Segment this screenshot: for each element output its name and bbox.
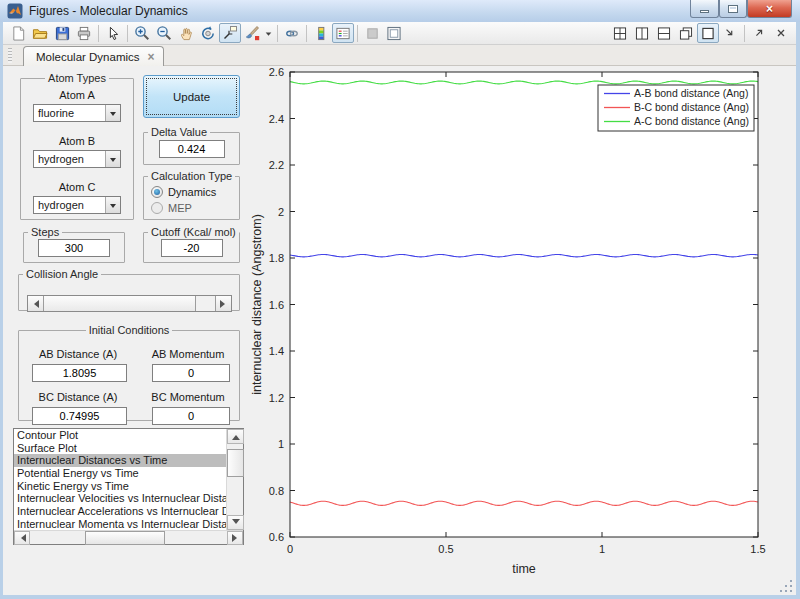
ab-momentum-label: AB Momentum [139,348,237,360]
bc-distance-field[interactable] [32,407,127,425]
new-document-button[interactable] [7,23,29,43]
tab-close-icon[interactable]: × [148,51,155,63]
list-item[interactable]: Internuclear Velocities vs Internuclear … [14,492,226,505]
dropdown-arrow-icon [105,151,120,167]
list-item[interactable]: Kinetic Energy vs Time [14,480,226,493]
window-controls: × [690,0,792,18]
edit-pointer-button[interactable] [102,23,124,43]
tab-molecular-dynamics[interactable]: Molecular Dynamics × [23,46,164,66]
scroll-left-button[interactable] [14,531,30,545]
layout-grid-icon [613,27,627,40]
y-axis-label: internuclear distance (Angstrom) [250,214,264,395]
toolbar-right-group [609,23,792,43]
plot-type-list: Contour PlotSurface PlotInternuclear Dis… [14,429,226,530]
insert-legend-button[interactable] [332,23,354,43]
dropdown-arrow-icon [105,105,120,121]
scroll-up-button[interactable] [227,429,244,444]
drag-gripper[interactable] [8,48,12,63]
brush-dropdown-button[interactable] [263,23,274,43]
steps-panel: Steps [23,226,125,263]
rotate-3d-button[interactable] [197,23,219,43]
zoom-out-button[interactable] [153,23,175,43]
cutoff-panel: Cutoff (Kcal/ mol) [143,226,240,263]
legend-entry-label: A-B bond distance (Ang) [634,87,748,99]
print-figure-icon [76,26,92,41]
print-figure-button[interactable] [73,23,95,43]
delta-value-panel: Delta Value [143,126,240,165]
title-bar: Figures - Molecular Dynamics × [0,0,800,22]
maximize-icon [728,5,738,13]
pan-button[interactable] [175,23,197,43]
minimize-button[interactable] [690,0,719,18]
minimize-panel-button[interactable] [719,23,741,43]
window: Figures - Molecular Dynamics × Molecular… [0,0,800,599]
ab-momentum-field[interactable] [152,364,230,382]
list-item[interactable]: Internuclear Accelerations vs Internucle… [14,505,226,518]
dock-window-icon [386,26,402,41]
initial-conditions-panel: Initial Conditions AB Distance (A) AB Mo… [18,324,240,421]
toolbar-separator [357,25,358,42]
legend[interactable]: A-B bond distance (Ang)B-C bond distance… [598,85,754,131]
x-tick-label: 0.5 [438,543,453,555]
link-plots-button[interactable] [281,23,303,43]
brush-button[interactable] [241,23,263,43]
dock-disabled-icon [365,26,380,41]
delta-value-field[interactable] [159,140,225,158]
bc-momentum-field[interactable] [152,407,230,425]
maximize-button[interactable] [719,0,747,18]
list-item[interactable]: Potential Energy vs Time [14,467,226,480]
scroll-right-button[interactable] [227,531,243,545]
update-button[interactable]: Update [143,75,240,118]
atom-c-dropdown[interactable]: hydrogen [33,196,121,214]
line-chart[interactable]: 00.511.50.60.811.21.41.61.822.22.42.6tim… [248,66,796,590]
toolbar-separator [127,25,128,42]
close-button[interactable]: × [747,0,792,18]
dock-window-button[interactable] [383,23,405,43]
save-figure-button[interactable] [51,23,73,43]
layout-grid-button[interactable] [609,23,631,43]
dock-disabled-button[interactable] [361,23,383,43]
data-cursor-button[interactable] [219,23,241,43]
steps-field[interactable] [38,239,110,257]
list-item[interactable]: Internuclear Distances vs Time [14,454,226,467]
slider-left-arrow[interactable] [28,296,44,311]
atom-c-label: Atom C [59,181,96,193]
slider-right-arrow[interactable] [215,296,231,311]
y-tick-label: 1.2 [269,392,284,404]
vertical-scroll-thumb[interactable] [227,449,244,477]
collision-angle-slider[interactable] [27,295,232,312]
dropdown-arrow-icon [105,197,120,213]
radio-mep[interactable]: MEP [151,202,239,214]
layout-single-button[interactable] [697,23,719,43]
listbox-horizontal-scrollbar[interactable] [14,530,243,544]
layout-split-vertical-button[interactable] [631,23,653,43]
slider-thumb[interactable] [44,296,196,311]
zoom-in-button[interactable] [131,23,153,43]
resize-grip-icon[interactable] [778,578,792,592]
toolbar-left-group [7,23,405,43]
undock-figure-button[interactable] [748,23,770,43]
horizontal-scroll-thumb[interactable] [85,531,165,545]
layout-cascade-button[interactable] [675,23,697,43]
brush-icon [244,25,260,41]
atom-b-dropdown[interactable]: hydrogen [33,150,121,168]
open-file-icon [32,26,48,41]
tab-bar: Molecular Dynamics × [3,45,796,66]
atom-a-dropdown[interactable]: fluorine [33,104,121,122]
cutoff-title: Cutoff (Kcal/ mol) [148,226,239,238]
cutoff-field[interactable] [161,239,223,257]
listbox-vertical-scrollbar[interactable] [226,429,243,530]
insert-colorbar-button[interactable] [310,23,332,43]
bc-distance-label: BC Distance (A) [19,391,137,403]
scroll-down-button[interactable] [227,515,244,530]
layout-split-horizontal-button[interactable] [653,23,675,43]
list-item[interactable]: Internuclear Momenta vs Internuclear Dis… [14,518,226,530]
ab-distance-field[interactable] [32,364,127,382]
close-figure-button[interactable] [770,23,792,43]
radio-dynamics[interactable]: Dynamics [151,186,239,198]
list-item[interactable]: Contour Plot [14,429,226,442]
open-file-button[interactable] [29,23,51,43]
y-tick-label: 0.6 [269,531,284,543]
list-item[interactable]: Surface Plot [14,442,226,455]
zoom-in-icon [134,25,150,41]
